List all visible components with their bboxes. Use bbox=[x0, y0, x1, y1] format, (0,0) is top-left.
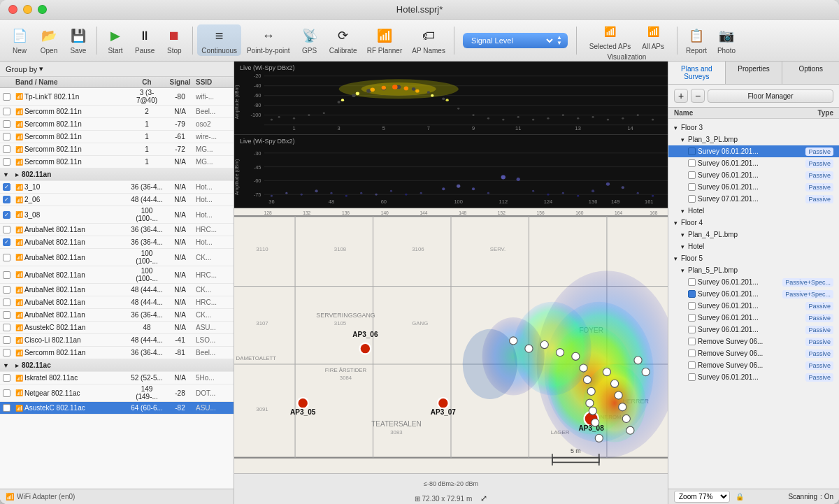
table-row[interactable]: 📶 Sercomm 802.11n 1 -61 wire-... bbox=[0, 131, 234, 143]
row-check[interactable]: ✓ bbox=[3, 238, 15, 246]
tree-expand-icon[interactable]: ▾ bbox=[674, 124, 677, 131]
tree-checkbox[interactable] bbox=[688, 338, 696, 345]
tree-item[interactable]: ▾ Plan_5_PL.bmp bbox=[668, 264, 839, 276]
stop-button[interactable]: ⏹ Stop bbox=[160, 24, 188, 56]
tree-checkbox[interactable] bbox=[688, 171, 696, 179]
tree-expand-icon[interactable]: ▾ bbox=[674, 219, 677, 226]
row-check[interactable]: ✓ bbox=[3, 196, 15, 203]
tree-item[interactable]: Survey 06.01.201... Passive bbox=[668, 371, 839, 383]
row-check[interactable] bbox=[3, 108, 15, 115]
row-checkbox[interactable] bbox=[3, 286, 10, 294]
tab-plans-surveys[interactable]: Plans and Surveys bbox=[668, 62, 726, 84]
table-row[interactable]: 📶 ArubaNet 802.11an 36 (36-4... N/A CK..… bbox=[0, 309, 234, 322]
table-row[interactable]: 📶 ArubaNet 802.11an 48 (44-4... N/A HRC.… bbox=[0, 296, 234, 309]
row-checkbox[interactable] bbox=[3, 404, 10, 412]
gps-button[interactable]: 📡 GPS bbox=[296, 24, 324, 56]
table-row[interactable]: ✓ 📶 3_08 100 (100-... N/A Hot... bbox=[0, 206, 234, 224]
row-check[interactable] bbox=[3, 133, 15, 141]
table-row[interactable]: 📶 AsustekC 802.11ac 64 (60-6... -82 ASU.… bbox=[0, 402, 234, 415]
open-button[interactable]: 📂 Open bbox=[35, 24, 63, 56]
row-check[interactable] bbox=[3, 349, 15, 357]
table-row[interactable]: 📶 Sercomm 802.11n 2 N/A Beel... bbox=[0, 106, 234, 118]
tree-checkbox[interactable] bbox=[688, 147, 696, 155]
tree-checkbox[interactable] bbox=[688, 314, 696, 322]
tree-item[interactable]: Remove Survey 06... Passive bbox=[668, 336, 839, 347]
row-check[interactable] bbox=[3, 271, 15, 279]
tree-checkbox[interactable] bbox=[688, 302, 696, 310]
table-row[interactable]: 📶 ArubaNet 802.11an 100 (100-... N/A HRC… bbox=[0, 266, 234, 284]
tree-item[interactable]: ▾ Hotel bbox=[668, 240, 839, 252]
start-button[interactable]: ▶ Start bbox=[101, 24, 129, 56]
tree-item[interactable]: Survey 06.01.201... Passive+Spec... bbox=[668, 288, 839, 300]
table-row[interactable]: 📶 Sercomm 802.11n 1 -72 MG... bbox=[0, 143, 234, 156]
save-button[interactable]: 💾 Save bbox=[64, 24, 92, 56]
tree-checkbox[interactable] bbox=[688, 159, 696, 167]
row-checkbox[interactable] bbox=[3, 108, 10, 115]
tree-item[interactable]: ▾ Floor 4 bbox=[668, 217, 839, 229]
tree-expand-icon[interactable]: ▾ bbox=[681, 243, 684, 250]
row-checkbox[interactable] bbox=[3, 336, 10, 344]
row-check[interactable] bbox=[3, 286, 15, 294]
table-row[interactable]: ▼ ▸ 802.11ac bbox=[0, 359, 234, 372]
row-checkbox[interactable]: ✓ bbox=[3, 211, 10, 219]
row-checkbox[interactable] bbox=[3, 374, 10, 382]
table-row[interactable]: 📶 Tp-LinkT 802.11n 3 (3-7@40) -80 wifi-.… bbox=[0, 88, 234, 106]
table-row[interactable]: 📶 ArubaNet 802.11an 36 (36-4... N/A HRC.… bbox=[0, 224, 234, 236]
tree-item[interactable]: Remove Survey 06... Passive bbox=[668, 347, 839, 359]
tree-item[interactable]: Survey 06.01.201... Passive bbox=[668, 312, 839, 324]
rf-planner-button[interactable]: 📶 RF Planner bbox=[363, 24, 407, 56]
row-check[interactable] bbox=[3, 120, 15, 128]
tree-item[interactable]: Survey 06.01.201... Passive bbox=[668, 157, 839, 169]
row-check[interactable] bbox=[3, 336, 15, 344]
row-check[interactable] bbox=[3, 93, 15, 101]
table-row[interactable]: ✓ 📶 2_06 48 (44-4... N/A Hot... bbox=[0, 194, 234, 206]
row-checkbox[interactable] bbox=[3, 120, 10, 128]
row-check[interactable] bbox=[3, 226, 15, 233]
row-checkbox[interactable] bbox=[3, 389, 10, 397]
report-button[interactable]: 📋 Report bbox=[682, 24, 711, 56]
row-checkbox[interactable] bbox=[3, 133, 10, 141]
table-row[interactable]: 📶 Cisco-Li 802.11an 48 (44-4... -41 LSO.… bbox=[0, 334, 234, 347]
tree-item[interactable]: ▾ Floor 5 bbox=[668, 252, 839, 264]
tree-checkbox[interactable] bbox=[688, 361, 696, 369]
table-row[interactable]: ▼ ▸ 802.11an bbox=[0, 168, 234, 181]
tree-item[interactable]: ▾ Plan_3_PL.bmp bbox=[668, 134, 839, 145]
row-checkbox[interactable] bbox=[3, 311, 10, 319]
group-triangle[interactable]: ▼ bbox=[3, 171, 9, 178]
row-checkbox[interactable] bbox=[3, 271, 10, 279]
row-checkbox[interactable] bbox=[3, 158, 10, 166]
map-area[interactable]: 3110 3108 3106 SERV. 3107 3105 GANG 3091… bbox=[234, 208, 668, 473]
new-button[interactable]: 📄 New bbox=[6, 24, 34, 56]
floor-manager-button[interactable]: Floor Manager bbox=[708, 89, 833, 103]
tree-checkbox[interactable] bbox=[688, 195, 696, 203]
tree-item[interactable]: Survey 06.01.201... Passive bbox=[668, 145, 839, 157]
table-row[interactable]: 📶 ArubaNet 802.11an 48 (44-4... N/A CK..… bbox=[0, 284, 234, 296]
minimize-button[interactable] bbox=[23, 5, 32, 14]
table-row[interactable]: 📶 ArubaNet 802.11an 100 (100-... N/A CK.… bbox=[0, 249, 234, 266]
signal-selector[interactable]: Signal Level Signal-to-Noise Ratio PHY R… bbox=[463, 33, 568, 48]
row-checkbox[interactable] bbox=[3, 298, 10, 306]
row-check[interactable] bbox=[3, 145, 15, 153]
tab-options[interactable]: Options bbox=[782, 62, 839, 84]
tree-item[interactable]: ▾ Plan_4_PL.bmp bbox=[668, 229, 839, 240]
tree-expand-icon[interactable]: ▾ bbox=[681, 267, 684, 274]
row-check[interactable] bbox=[3, 389, 15, 397]
pause-button[interactable]: ⏸ Pause bbox=[131, 24, 159, 56]
add-button[interactable]: + bbox=[674, 89, 688, 103]
row-check[interactable] bbox=[3, 374, 15, 382]
zoom-select[interactable]: Zoom 77% Zoom 50% Zoom 100% bbox=[674, 491, 730, 503]
table-row[interactable]: 📶 Iskratel 802.11ac 52 (52-5... N/A 5Ho.… bbox=[0, 372, 234, 384]
tree-item[interactable]: Survey 06.01.201... Passive bbox=[668, 324, 839, 336]
continuous-button[interactable]: ≡ Continuous bbox=[197, 24, 241, 56]
row-checkbox[interactable] bbox=[3, 226, 10, 233]
signal-select[interactable]: Signal Level Signal-to-Noise Ratio PHY R… bbox=[468, 36, 555, 45]
row-checkbox[interactable]: ✓ bbox=[3, 196, 10, 203]
row-check[interactable] bbox=[3, 404, 15, 412]
table-row[interactable]: 📶 Sercomm 802.11n 1 N/A MG... bbox=[0, 156, 234, 168]
tree-checkbox[interactable] bbox=[688, 183, 696, 191]
row-checkbox[interactable]: ✓ bbox=[3, 238, 10, 246]
row-check[interactable] bbox=[3, 254, 15, 261]
tab-properties[interactable]: Properties bbox=[726, 62, 783, 84]
tree-expand-icon[interactable]: ▾ bbox=[681, 231, 684, 238]
tree-checkbox[interactable] bbox=[688, 350, 696, 357]
